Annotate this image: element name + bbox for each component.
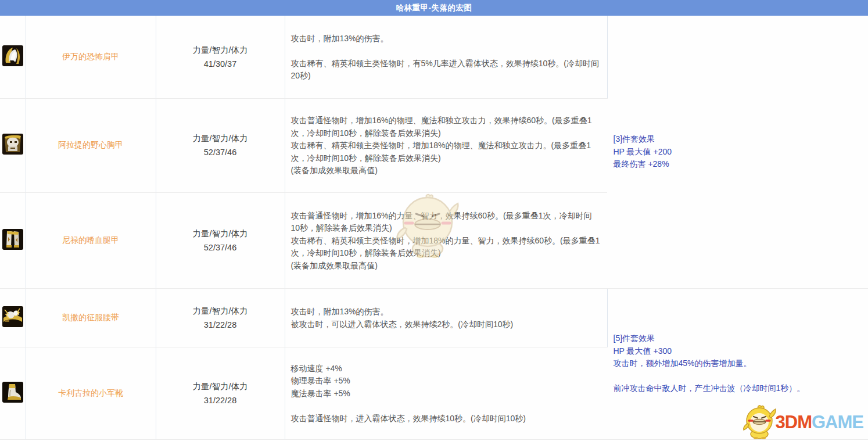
stats-value: 41/30/37	[204, 59, 236, 69]
site-logo: 3DMGAME	[742, 405, 863, 440]
stats-value: 52/37/46	[204, 148, 236, 157]
shoulder-armor-icon	[2, 45, 23, 66]
item-stats: 力量/智力/体力31/22/28	[156, 288, 285, 347]
stats-value: 31/22/28	[204, 396, 236, 405]
item-icon-cell	[0, 347, 26, 439]
logo-text: 3DMGAME	[776, 405, 863, 440]
item-stats: 力量/智力/体力31/22/28	[156, 347, 285, 439]
item-description: 攻击时，附加13%的伤害。 攻击稀有、精英和领主类怪物时，有5%几率进入霸体状态…	[285, 16, 607, 98]
item-name: 尼禄的嗜血腿甲	[26, 192, 156, 288]
set-title: 哈林重甲-失落的宏图	[396, 3, 472, 13]
page-title-bar: 哈林重甲-失落的宏图	[0, 0, 868, 16]
item-description: 移动速度 +4% 物理暴击率 +5% 魔法暴击率 +5% 攻击普通怪物时，进入霸…	[285, 347, 607, 439]
item-name: 伊万的恐怖肩甲	[26, 16, 156, 98]
table-row: 伊万的恐怖肩甲 力量/智力/体力41/30/37 攻击时，附加13%的伤害。 攻…	[0, 16, 868, 98]
stats-label: 力量/智力/体力	[192, 382, 248, 391]
chick-mascot-logo-icon	[742, 405, 779, 440]
item-icon-cell	[0, 288, 26, 347]
item-stats: 力量/智力/体力41/30/37	[156, 16, 285, 98]
item-icon-cell	[0, 192, 26, 288]
stats-value: 31/22/28	[204, 320, 236, 329]
set-effect-3pc: [3]件套效果 HP 最大值 +200 最终伤害 +28%	[607, 16, 868, 288]
item-stats: 力量/智力/体力52/37/46	[156, 192, 285, 288]
logo-text-3dm: 3DM	[776, 412, 812, 432]
item-name: 卡利古拉的小军靴	[26, 347, 156, 439]
chest-armor-icon	[2, 134, 23, 155]
stats-label: 力量/智力/体力	[192, 134, 248, 143]
leg-armor-icon	[2, 229, 23, 250]
stats-value: 52/37/46	[204, 243, 236, 252]
item-icon-cell	[0, 16, 26, 98]
logo-text-game: GAME	[812, 412, 863, 432]
stats-label: 力量/智力/体力	[192, 306, 248, 315]
stats-label: 力量/智力/体力	[192, 45, 248, 55]
stats-label: 力量/智力/体力	[192, 229, 248, 238]
item-description: 攻击普通怪物时，增加16%的力量、智力，效果持续60秒。(最多重叠1次，冷却时间…	[285, 192, 607, 288]
belt-icon	[2, 306, 23, 327]
item-stats: 力量/智力/体力52/37/46	[156, 98, 285, 192]
equipment-table: 伊万的恐怖肩甲 力量/智力/体力41/30/37 攻击时，附加13%的伤害。 攻…	[0, 16, 868, 440]
item-description: 攻击普通怪物时，增加16%的物理、魔法和独立攻击力，效果持续60秒。(最多重叠1…	[285, 98, 607, 192]
item-icon-cell	[0, 98, 26, 192]
item-description: 攻击时，附加13%的伤害。 被攻击时，可以进入霸体状态，效果持续2秒。(冷却时间…	[285, 288, 607, 347]
item-name: 阿拉提的野心胸甲	[26, 98, 156, 192]
item-name: 凯撒的征服腰带	[26, 288, 156, 347]
boots-icon	[2, 382, 23, 403]
table-row: 凯撒的征服腰带 力量/智力/体力31/22/28 攻击时，附加13%的伤害。 被…	[0, 288, 868, 347]
